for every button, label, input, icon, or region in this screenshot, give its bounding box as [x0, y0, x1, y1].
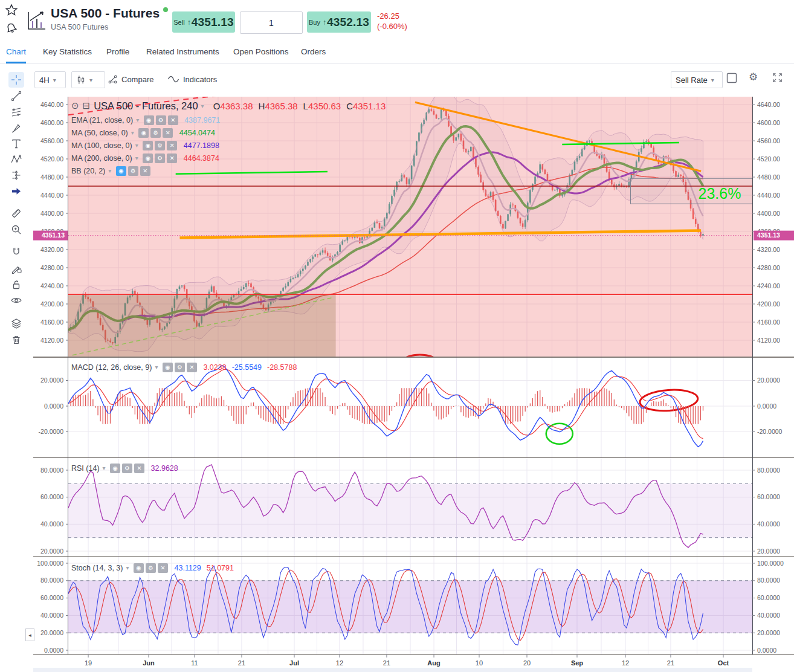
indicator-remove-icon[interactable]: ✕	[163, 128, 173, 138]
collapse-pane-arrow[interactable]: ◂	[25, 628, 34, 641]
tab-chart[interactable]: Chart	[6, 47, 26, 63]
indicator-settings-icon[interactable]: ⚙	[175, 363, 185, 372]
svg-text:20.0000: 20.0000	[40, 376, 63, 384]
watchlist-star-icon[interactable]	[5, 4, 21, 19]
delete-drawings-trash-icon[interactable]	[8, 332, 24, 347]
rsi-value: 32.9628	[151, 464, 178, 473]
tab-open-positions[interactable]: Open Positions	[233, 47, 289, 62]
svg-text:60.0000: 60.0000	[757, 493, 780, 500]
caret-down-icon: ▾	[103, 465, 106, 471]
indicator-eye-icon[interactable]: ◉	[110, 464, 120, 473]
svg-text:11: 11	[191, 659, 198, 667]
pattern-tool-icon[interactable]	[8, 152, 24, 167]
indicator-name: MA (50, close, 0)	[71, 129, 128, 137]
legend-collapse-icon[interactable]: ⊙	[71, 100, 79, 111]
indicator-settings-icon[interactable]: ⚙	[155, 141, 165, 150]
svg-text:4200.00: 4200.00	[757, 300, 780, 308]
indicator-remove-icon[interactable]: ✕	[134, 464, 144, 473]
change-value: -26.25	[377, 11, 407, 21]
svg-text:4560.00: 4560.00	[757, 137, 780, 144]
indicator-remove-icon[interactable]: ✕	[140, 166, 150, 176]
lock-tool-icon[interactable]	[8, 277, 24, 292]
indicator-eye-icon[interactable]: ◉	[143, 153, 153, 163]
svg-text:80.0000: 80.0000	[40, 467, 63, 474]
indicator-eye-icon[interactable]: ◉	[134, 563, 144, 573]
zoom-in-tool-icon[interactable]	[8, 222, 24, 237]
text-tool-icon[interactable]	[8, 136, 24, 152]
arrow-tool-icon[interactable]	[8, 183, 24, 199]
legend-tree-icon[interactable]: ⊟	[83, 100, 91, 111]
indicator-settings-icon[interactable]: ⚙	[150, 128, 161, 138]
interval-select[interactable]: 4H ▾	[34, 71, 66, 88]
tab-key-statistics[interactable]: Key Statistics	[43, 47, 92, 62]
caret-down-icon: ▾	[126, 564, 129, 571]
buy-label: Buy	[309, 19, 320, 26]
chart-canvas[interactable]: 23.6%4120.004120.004160.004160.004200.00…	[33, 91, 794, 672]
indicator-row-ma100: MA (100, close, 0) ▾ ◉ ⚙ ✕ 4477.1898	[71, 139, 386, 152]
tab-profile[interactable]: Profile	[106, 47, 129, 62]
tab-orders[interactable]: Orders	[301, 47, 326, 62]
indicator-value: 4387.9671	[184, 116, 220, 124]
chart-style-select[interactable]: ▾	[71, 71, 105, 88]
low-label: L	[303, 101, 308, 111]
svg-text:4520.00: 4520.00	[757, 155, 780, 163]
indicators-label: Indicators	[183, 75, 217, 84]
indicator-remove-icon[interactable]: ✕	[168, 115, 178, 125]
svg-text:Aug: Aug	[427, 659, 440, 667]
indicator-eye-icon[interactable]: ◉	[138, 128, 149, 138]
svg-text:21: 21	[383, 659, 390, 667]
object-tree-layers-icon[interactable]	[8, 315, 24, 331]
indicator-settings-icon[interactable]: ⚙	[122, 464, 132, 473]
brush-tool-icon[interactable]	[8, 120, 24, 136]
tab-related-instruments[interactable]: Related Instruments	[146, 47, 219, 62]
sell-button[interactable]: Sell ↑ 4351.13	[172, 11, 235, 33]
snapshot-icon[interactable]	[726, 72, 738, 86]
fibonacci-tool-icon[interactable]	[8, 105, 24, 120]
alert-bell-icon[interactable]	[5, 22, 21, 37]
rsi-legend: RSI (14) ▾ ◉ ⚙ ✕ 32.9628	[71, 462, 178, 474]
svg-text:100.0000: 100.0000	[757, 560, 784, 567]
indicator-settings-icon[interactable]: ⚙	[146, 563, 156, 573]
hide-drawings-eye-icon[interactable]	[8, 292, 24, 308]
indicator-remove-icon[interactable]: ✕	[187, 363, 197, 372]
indicator-eye-icon[interactable]: ◉	[144, 115, 154, 125]
caret-down-icon: ▾	[711, 77, 714, 83]
price-change: -26.25 (-0.60%)	[377, 11, 407, 31]
indicator-remove-icon[interactable]: ✕	[158, 563, 168, 573]
indicators-button[interactable]: Indicators	[167, 71, 217, 87]
measure-tool-icon[interactable]	[8, 205, 24, 221]
caret-down-icon[interactable]: ▾	[201, 103, 204, 109]
indicator-settings-icon[interactable]: ⚙	[155, 153, 165, 163]
indicator-eye-icon[interactable]: ◉	[163, 363, 173, 372]
indicator-remove-icon[interactable]: ✕	[167, 141, 177, 150]
caret-down-icon: ▾	[131, 129, 134, 136]
svg-text:10: 10	[476, 659, 483, 667]
indicator-eye-icon[interactable]: ◉	[116, 166, 126, 176]
low-value: 4350.63	[308, 101, 341, 111]
crosshair-tool-icon[interactable]	[8, 72, 24, 88]
rate-type-select[interactable]: Sell Rate ▾	[671, 71, 723, 88]
indicator-eye-icon[interactable]: ◉	[143, 141, 153, 150]
forecast-tool-icon[interactable]	[8, 167, 24, 183]
buy-button[interactable]: Buy ↑ 4352.13	[307, 11, 371, 33]
svg-text:4400.00: 4400.00	[40, 210, 63, 217]
compare-label: Compare	[121, 75, 153, 84]
indicator-remove-icon[interactable]: ✕	[167, 153, 177, 163]
change-percent: (-0.60%)	[377, 21, 407, 31]
compare-button[interactable]: Compare	[108, 71, 153, 87]
drawing-edit-lock-icon[interactable]	[8, 260, 24, 276]
indicator-settings-icon[interactable]: ⚙	[128, 166, 138, 176]
indicator-value: 4454.0474	[179, 129, 215, 137]
indicator-settings-icon[interactable]: ⚙	[156, 115, 166, 125]
magnet-tool-icon[interactable]	[8, 244, 24, 260]
compare-icon	[108, 74, 118, 85]
macd-signal-value: -28.5788	[267, 363, 297, 372]
trendline-tool-icon[interactable]	[8, 88, 24, 104]
fullscreen-icon[interactable]	[772, 72, 783, 86]
amount-input[interactable]	[240, 11, 303, 34]
svg-text:Jun: Jun	[143, 659, 155, 667]
svg-text:4560.00: 4560.00	[40, 137, 63, 144]
svg-text:12: 12	[336, 659, 343, 667]
settings-gear-icon[interactable]: ⚙	[749, 71, 758, 83]
caret-down-icon: ▾	[136, 117, 139, 123]
